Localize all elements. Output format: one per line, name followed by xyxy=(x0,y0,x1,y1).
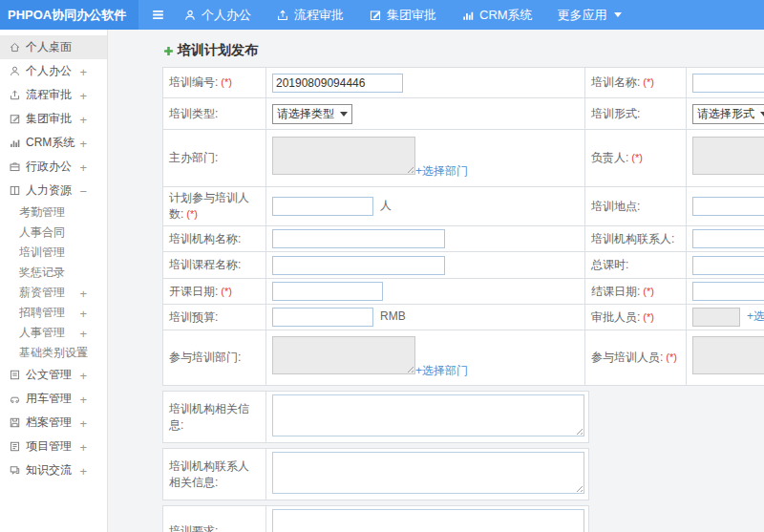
sidebar-item-salary-mgmt[interactable]: 薪资管理+ xyxy=(0,283,107,303)
field-cell: RMB xyxy=(266,305,585,330)
nav-crm-system[interactable]: CRM系统 xyxy=(461,7,533,24)
field-label: 培训类型: xyxy=(169,107,218,120)
expand-toggle[interactable]: + xyxy=(79,327,87,339)
select-value: 请选择类型 xyxy=(277,106,334,122)
sidebar-item-hr-contract[interactable]: 人事合同 xyxy=(0,223,107,243)
sidebar-item-attendance-mgmt[interactable]: 考勤管理 xyxy=(0,202,107,223)
host-department-picker[interactable] xyxy=(272,137,415,175)
training-location-field[interactable] xyxy=(692,197,764,216)
page-title: 培训计划发布 xyxy=(162,42,764,59)
total-hours-field[interactable] xyxy=(692,256,764,275)
sidebar-item-personnel-mgmt[interactable]: 人事管理+ xyxy=(0,323,107,343)
sidebar-item-document-mgmt[interactable]: 公文管理+ xyxy=(0,363,107,387)
expand-toggle[interactable]: + xyxy=(79,464,87,477)
expand-toggle[interactable]: + xyxy=(79,287,87,299)
sidebar-item-reward-punish-records[interactable]: 奖惩记录 xyxy=(0,263,107,283)
training-name-field[interactable] xyxy=(692,74,764,93)
sidebar-item-label: 考勤管理 xyxy=(19,204,65,221)
training-org-name-field[interactable] xyxy=(272,229,445,248)
nav-group-approval[interactable]: 集团审批 xyxy=(369,7,436,24)
required-mark: (*) xyxy=(643,76,654,88)
sidebar-item-label: 集团审批 xyxy=(26,111,72,127)
sidebar-item-base-category-settings[interactable]: 基础类别设置+ xyxy=(0,343,107,363)
label-cell: 开课日期:(*) xyxy=(163,279,266,305)
nav-item-label: 流程审批 xyxy=(294,7,344,24)
field-suffix: 人 xyxy=(380,199,392,212)
org-contact-related-info-textarea[interactable] xyxy=(272,452,584,494)
project-icon xyxy=(8,440,21,453)
required-mark: (*) xyxy=(643,311,654,323)
field-label: 培训预算: xyxy=(169,310,218,324)
sidebar-item-label: 档案管理 xyxy=(26,415,72,431)
training-no-field[interactable] xyxy=(272,74,403,93)
expand-toggle[interactable]: − xyxy=(79,184,87,197)
nav-more-apps[interactable]: 更多应用 xyxy=(558,7,622,24)
sidebar-item-label: 培训管理 xyxy=(19,245,65,261)
expand-toggle[interactable]: + xyxy=(79,393,87,405)
sidebar-item-process-approval[interactable]: 流程审批+ xyxy=(0,83,107,107)
sidebar-item-recruit-mgmt[interactable]: 招聘管理+ xyxy=(0,303,107,323)
hamburger-icon xyxy=(150,7,166,23)
approver-picker-link[interactable]: +选择审批人员 xyxy=(747,309,764,323)
training-type-select[interactable]: 请选择类型 xyxy=(272,104,352,124)
field-cell xyxy=(687,226,764,252)
expand-toggle[interactable]: + xyxy=(79,160,87,173)
dropdown-arrow-icon xyxy=(340,112,348,117)
form-row: 培训预算:RMB审批人员:(*)+选择审批人员 xyxy=(163,305,764,330)
expand-toggle[interactable]: + xyxy=(79,137,87,149)
field-cell xyxy=(687,252,764,279)
sidebar-item-human-resources[interactable]: 人力资源− xyxy=(0,179,107,202)
approver-picker[interactable] xyxy=(692,308,740,327)
book-icon xyxy=(8,184,21,197)
course-name-field[interactable] xyxy=(272,256,445,275)
budget-field[interactable] xyxy=(272,308,373,327)
nav-personal-office[interactable]: 个人办公 xyxy=(183,7,251,24)
start-date-field[interactable] xyxy=(272,282,383,301)
sidebar-item-vehicle-mgmt[interactable]: 用车管理+ xyxy=(0,387,107,411)
field-label: 培训课程名称: xyxy=(169,258,241,271)
hamburger-menu-button[interactable] xyxy=(150,7,166,23)
training-requirements-textarea[interactable] xyxy=(272,509,584,532)
sidebar-item-project-mgmt[interactable]: 项目管理+ xyxy=(0,435,107,458)
field-cell: +选择部门 xyxy=(266,330,585,386)
participants-picker[interactable] xyxy=(692,336,764,374)
main-content: 培训计划发布 培训编号:(*)培训名称:(*)培训类型:请选择类型培训形式:请选… xyxy=(109,30,764,532)
training-org-contact-field[interactable] xyxy=(692,229,764,248)
expand-toggle[interactable]: + xyxy=(79,89,87,101)
sidebar-item-training-mgmt[interactable]: 培训管理 xyxy=(0,243,107,263)
leader-picker[interactable] xyxy=(692,137,764,175)
expand-toggle[interactable]: + xyxy=(79,307,87,319)
participating-departments-picker-link[interactable]: +选择部门 xyxy=(415,363,468,379)
field-label: 培训形式: xyxy=(591,107,640,120)
required-mark: (*) xyxy=(221,76,232,88)
org-related-info-textarea[interactable] xyxy=(272,394,584,436)
form-row: 培训机构名称:培训机构联系人: xyxy=(163,226,764,252)
expand-toggle[interactable]: + xyxy=(79,347,87,359)
expand-toggle[interactable]: + xyxy=(79,416,87,429)
expand-toggle[interactable]: + xyxy=(79,440,87,453)
sidebar-item-personal-desktop[interactable]: 个人桌面 xyxy=(0,35,107,59)
expand-toggle[interactable]: + xyxy=(79,369,87,381)
top-nav: 个人办公流程审批集团审批CRM系统更多应用 xyxy=(183,7,622,24)
expand-toggle[interactable]: + xyxy=(79,113,87,125)
field-cell: +选择参与人员 xyxy=(687,330,764,386)
expand-toggle[interactable]: + xyxy=(79,65,87,77)
host-department-picker-link[interactable]: +选择部门 xyxy=(415,163,468,180)
nav-process-approval[interactable]: 流程审批 xyxy=(276,7,344,24)
user-icon xyxy=(183,9,197,22)
field-label: 培训编号: xyxy=(169,75,218,89)
end-date-field[interactable] xyxy=(692,282,764,301)
label-cell: 培训机构相关信息: xyxy=(163,392,266,443)
participating-departments-picker[interactable] xyxy=(272,336,415,374)
planned-participants-field[interactable] xyxy=(272,197,373,216)
sidebar-item-crm-system[interactable]: CRM系统+ xyxy=(0,131,107,155)
label-cell: 培训机构名称: xyxy=(163,226,266,252)
sidebar-item-admin-office[interactable]: 行政办公+ xyxy=(0,155,107,179)
form-row: 计划参与培训人数:(*)人培训地点: xyxy=(163,187,764,226)
sidebar-item-archive-mgmt[interactable]: 档案管理+ xyxy=(0,411,107,435)
sidebar-item-personal-office[interactable]: 个人办公+ xyxy=(0,59,107,83)
sidebar: 个人桌面个人办公+流程审批+集团审批+CRM系统+行政办公+人力资源−考勤管理人… xyxy=(0,30,108,532)
training-form-select[interactable]: 请选择形式 xyxy=(692,104,764,124)
sidebar-item-knowledge-exchange[interactable]: 知识交流+ xyxy=(0,458,107,482)
sidebar-item-group-approval[interactable]: 集团审批+ xyxy=(0,107,107,131)
